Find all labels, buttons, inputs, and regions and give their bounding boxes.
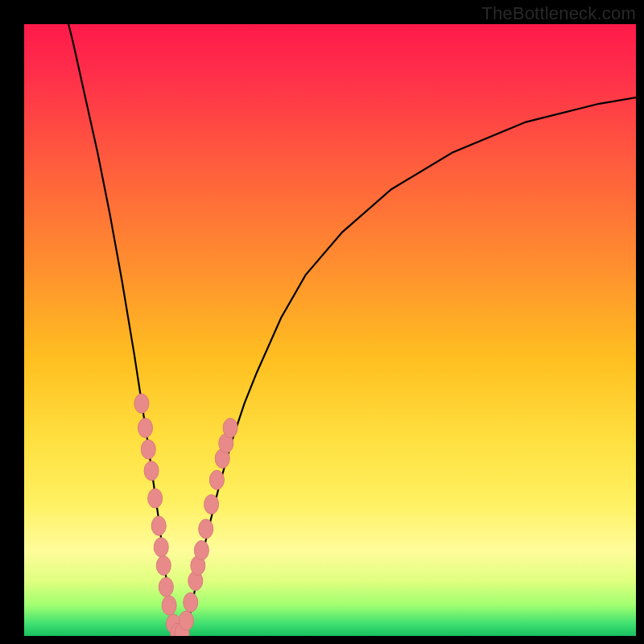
scatter-marker	[184, 592, 198, 612]
scatter-marker	[141, 440, 155, 459]
scatter-marker	[162, 596, 176, 615]
scatter-marker	[156, 556, 171, 576]
scatter-marker	[199, 519, 213, 539]
scatter-marker	[166, 614, 180, 634]
chart-frame: TheBottleneck.com	[0, 0, 644, 644]
scatter-marker	[219, 434, 233, 453]
scatter-marker	[154, 538, 168, 557]
scatter-marker	[134, 394, 149, 413]
scatter-marker	[171, 623, 185, 636]
scatter-marker	[209, 470, 224, 489]
scatter-marker	[175, 623, 189, 636]
scatter-marker	[188, 572, 203, 591]
scatter-marker	[159, 577, 173, 597]
scatter-markers	[24, 24, 636, 636]
plot-gradient-area	[24, 24, 636, 636]
scatter-marker	[148, 489, 163, 508]
scatter-marker	[179, 611, 193, 630]
scatter-marker	[204, 495, 219, 514]
scatter-marker	[191, 556, 205, 576]
scatter-marker	[144, 461, 159, 481]
scatter-marker	[223, 419, 237, 438]
watermark-text: TheBottleneck.com	[481, 3, 636, 24]
scatter-marker	[151, 516, 166, 535]
bottleneck-curve	[24, 24, 636, 636]
scatter-marker	[215, 449, 229, 469]
scatter-marker	[138, 419, 152, 438]
scatter-marker	[194, 541, 208, 560]
